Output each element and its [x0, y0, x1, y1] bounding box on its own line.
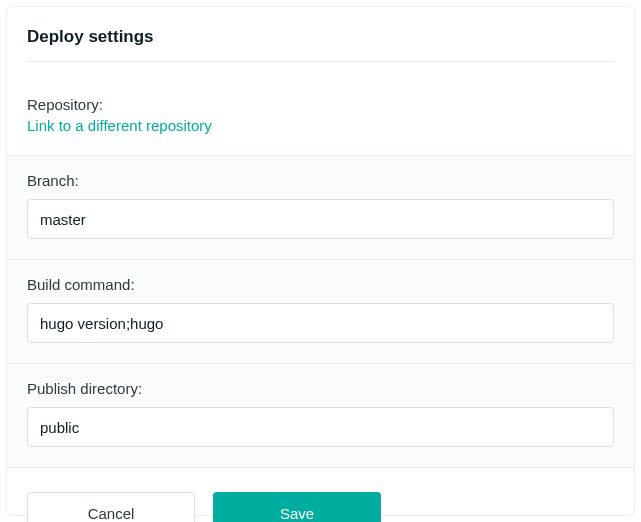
save-button[interactable]: Save	[213, 492, 381, 522]
build-command-input[interactable]	[27, 303, 614, 343]
build-command-label: Build command:	[27, 276, 614, 293]
publish-directory-label: Publish directory:	[27, 380, 614, 397]
deploy-settings-card: Deploy settings Repository: Link to a di…	[6, 6, 635, 516]
branch-field-block: Branch:	[7, 155, 634, 259]
branch-input[interactable]	[27, 199, 614, 239]
card-header: Deploy settings	[7, 7, 634, 76]
repository-section: Repository: Link to a different reposito…	[7, 76, 634, 155]
build-command-field-block: Build command:	[7, 259, 634, 363]
branch-label: Branch:	[27, 172, 614, 189]
cancel-button[interactable]: Cancel	[27, 492, 195, 522]
publish-directory-input[interactable]	[27, 407, 614, 447]
actions-row: Cancel Save	[7, 467, 634, 522]
repository-label: Repository:	[27, 96, 614, 113]
publish-directory-field-block: Publish directory:	[7, 363, 634, 467]
card-title: Deploy settings	[27, 27, 614, 62]
link-different-repository[interactable]: Link to a different repository	[27, 117, 212, 134]
